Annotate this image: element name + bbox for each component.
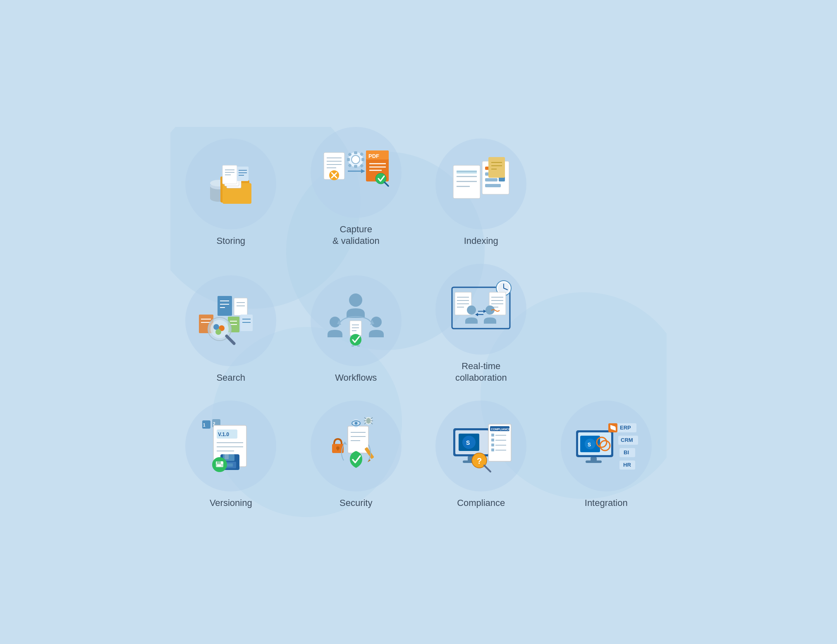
search-label: Search [216,372,245,384]
compliance-icon: S COMPLIANCE [447,416,515,476]
svg-point-80 [213,324,219,330]
compliance-label: Compliance [457,497,505,509]
card-realtime-collab[interactable]: Real-time collaboration [421,264,542,392]
svg-rect-170 [491,444,494,446]
svg-point-23 [352,155,360,164]
svg-rect-57 [457,170,477,174]
capture-label: Capture & validation [332,224,380,247]
svg-rect-25 [354,165,357,168]
svg-text:V.1.0: V.1.0 [218,432,229,437]
svg-line-83 [227,336,234,343]
svg-rect-186 [586,460,602,463]
svg-rect-50 [485,184,501,187]
collab-label: Real-time collaboration [455,360,507,384]
integration-icon-circle: S ERP CRM BI [561,401,652,491]
svg-point-84 [349,293,362,307]
svg-text:S: S [588,442,591,448]
svg-text:?: ? [477,456,482,465]
svg-point-143 [366,418,371,424]
storing-icon-circle [185,138,276,229]
indexing-icon [447,155,515,213]
search-icon [197,292,265,350]
svg-rect-127 [225,454,229,459]
svg-marker-36 [361,169,365,173]
compliance-icon-circle: S COMPLIANCE [435,401,526,491]
svg-rect-65 [218,296,232,316]
svg-text:PDF: PDF [368,153,379,159]
card-versioning[interactable]: 1 2 V.1.0 [170,401,292,518]
svg-point-111 [467,305,476,315]
workflows-icon [322,291,390,351]
capture-icon-circle: PDF [311,127,402,218]
svg-rect-24 [354,151,357,154]
card-search[interactable]: Search [170,264,292,392]
indexing-icon-circle [435,138,526,229]
card-capture[interactable]: PDF Capture & validation [296,127,417,255]
card-compliance[interactable]: S COMPLIANCE [421,401,542,518]
versioning-label: Versioning [210,497,252,509]
card-workflows[interactable]: Workflows [296,264,417,392]
svg-point-141 [354,422,357,425]
svg-rect-13 [237,167,249,181]
svg-marker-155 [343,441,347,445]
svg-text:1: 1 [203,423,206,427]
integration-label: Integration [585,497,628,509]
search-icon-circle [185,275,276,366]
feature-grid: Storing [170,127,667,518]
svg-rect-134 [217,465,221,466]
collab-icon-circle [435,264,526,355]
card-storing[interactable]: Storing [170,127,292,255]
card-integration[interactable]: S ERP CRM BI [546,401,667,518]
svg-rect-168 [491,439,494,441]
svg-rect-27 [361,158,364,161]
svg-rect-166 [491,434,494,436]
svg-marker-114 [475,313,478,316]
security-icon-circle [311,401,402,491]
svg-point-93 [350,334,361,346]
versioning-icon: 1 2 V.1.0 [199,417,263,475]
svg-rect-49 [485,178,497,181]
svg-text:S: S [466,439,470,446]
svg-rect-26 [347,158,350,161]
workflows-label: Workflows [335,372,377,384]
storing-icon [198,155,264,213]
capture-icon: PDF [320,142,392,202]
svg-text:CRM: CRM [621,437,633,443]
security-label: Security [340,497,372,509]
storing-label: Storing [216,235,245,247]
svg-point-82 [215,329,221,335]
card-security[interactable]: Security [296,401,417,518]
indexing-label: Indexing [464,235,498,247]
svg-line-177 [484,465,490,472]
svg-line-45 [385,182,388,186]
svg-text:ERP: ERP [620,425,631,431]
workflows-icon-circle [311,275,402,366]
svg-rect-69 [234,298,247,315]
versioning-icon-circle: 1 2 V.1.0 [185,401,276,491]
svg-text:HR: HR [623,462,631,468]
svg-rect-132 [217,461,221,464]
svg-text:COMPLIANCE: COMPLIANCE [491,428,510,431]
integration-icon: S ERP CRM BI [572,416,640,476]
svg-rect-58 [488,157,505,178]
page-container: Storing [170,127,667,518]
card-indexing[interactable]: Indexing [421,127,542,255]
collab-icon [446,279,516,339]
svg-text:BI: BI [624,449,629,456]
svg-rect-172 [491,448,494,451]
security-icon [323,416,389,476]
